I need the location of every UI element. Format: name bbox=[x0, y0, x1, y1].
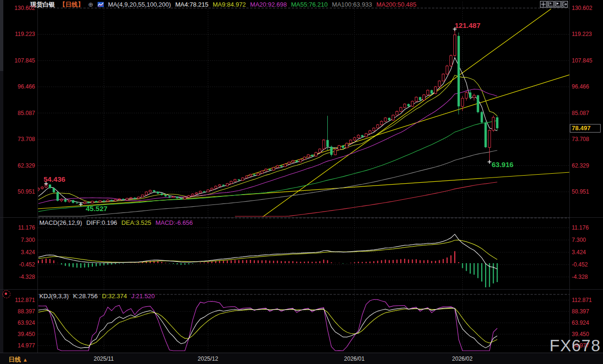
kdj-j-value: J:21.520 bbox=[131, 293, 155, 300]
macd-title[interactable]: MACD(26,12,9) bbox=[39, 219, 82, 226]
macd-macd-value: MACD:-6.656 bbox=[155, 219, 193, 226]
price-axis-label: 73.708 bbox=[0, 136, 35, 142]
macd-axis-label: -4.328 bbox=[0, 274, 35, 280]
kdj-axis-label: 88.397 bbox=[572, 308, 602, 315]
goto-latest-icon[interactable] bbox=[561, 1, 568, 8]
macd-axis-label: 7.300 bbox=[0, 237, 35, 243]
macd-axis-label: 11.176 bbox=[572, 224, 602, 231]
price-axis-label: 50.951 bbox=[572, 188, 602, 195]
price-axis-label: 62.329 bbox=[572, 162, 602, 169]
macd-axis-label: 3.424 bbox=[572, 249, 602, 256]
ma-legend-ma4: MA4:78.215 bbox=[175, 1, 208, 8]
kdj-panel-divider bbox=[0, 289, 603, 290]
price-annotation-peak: 121.487 bbox=[455, 22, 480, 29]
axis-scale-right-icon[interactable] bbox=[554, 1, 561, 8]
ma-legend-ma9: MA9:84.972 bbox=[213, 1, 246, 8]
kdj-axis-label: 112.871 bbox=[0, 297, 35, 303]
price-axis-label: 62.329 bbox=[0, 162, 35, 169]
price-axis-label: 96.466 bbox=[572, 83, 602, 90]
kdj-axis-label: 112.871 bbox=[572, 297, 602, 303]
axis-scale-left-icon[interactable] bbox=[547, 1, 554, 8]
trading-chart-app: 现货白银 【日线】 ⊕ MA(4,9,20,55,100,200) MA4:78… bbox=[0, 0, 603, 364]
macd-axis-label: -4.328 bbox=[572, 274, 602, 280]
macd-header: MACD(26,12,9) DIFF:0.196 DEA:3.525 MACD:… bbox=[39, 219, 193, 226]
macd-axis-label: 11.176 bbox=[0, 224, 35, 231]
kdj-axis-label: 14.977 bbox=[0, 342, 35, 349]
time-axis-tick-label: 2025/11 bbox=[89, 355, 119, 362]
kdj-axis-label: 39.450 bbox=[0, 331, 35, 337]
macd-axis-label: 7.300 bbox=[572, 237, 602, 243]
time-axis-tick-label: 2025/12 bbox=[193, 355, 223, 362]
kdj-axis-label: 88.397 bbox=[0, 308, 35, 315]
ma-legend-ma200: MA200:50.485 bbox=[376, 1, 416, 8]
price-axis-label: 50.951 bbox=[0, 188, 35, 195]
macd-axis-label: -0.452 bbox=[0, 261, 35, 268]
period-selector[interactable]: 日线 ▲ bbox=[9, 355, 28, 364]
expand-icon[interactable]: ⊕ bbox=[88, 1, 93, 8]
crosshair-move-icon[interactable] bbox=[540, 1, 547, 8]
right-axis-divider bbox=[569, 0, 570, 353]
chart-header: 现货白银 【日线】 ⊕ MA(4,9,20,55,100,200) MA4:78… bbox=[30, 1, 416, 8]
time-axis-tick-label: 2026/02 bbox=[447, 355, 477, 362]
kdj-axis-label: 63.924 bbox=[572, 320, 602, 326]
kdj-d-value: D:32.374 bbox=[102, 293, 127, 300]
price-axis-label: 73.708 bbox=[572, 136, 602, 142]
price-axis-label: 96.466 bbox=[0, 83, 35, 90]
kdj-title[interactable]: KDJ(9,3,3) bbox=[39, 293, 69, 300]
price-annotation-low: 45.527 bbox=[86, 205, 108, 212]
price-axis-label: 119.223 bbox=[572, 31, 602, 37]
period-label[interactable]: 【日线】 bbox=[59, 0, 84, 9]
ma-legend-ma20: MA20:92.698 bbox=[250, 1, 287, 8]
kdj-k-value: K:28.756 bbox=[73, 293, 98, 300]
price-axis-label: 85.087 bbox=[572, 110, 602, 116]
price-axis-label: 107.845 bbox=[572, 57, 602, 64]
chart-toolbar bbox=[540, 1, 568, 8]
ma-legend-ma55: MA55:76.210 bbox=[291, 1, 327, 8]
macd-panel-divider bbox=[0, 217, 603, 218]
left-axis-divider bbox=[37, 0, 38, 353]
price-axis-label: 130.602 bbox=[0, 5, 35, 11]
kdj-axis-label: 63.924 bbox=[0, 320, 35, 326]
price-axis-label: 107.845 bbox=[0, 57, 35, 64]
ma-settings-label[interactable]: MA(4,9,20,55,100,200) bbox=[108, 1, 171, 8]
price-annotation-feb-low: 63.916 bbox=[492, 161, 513, 168]
last-price-badge: 78.497 bbox=[570, 124, 601, 133]
chevron-up-icon: ▲ bbox=[23, 357, 28, 363]
brand-watermark: FX678 bbox=[549, 336, 601, 355]
macd-diff-value: DIFF:0.196 bbox=[86, 219, 117, 226]
ma-legend-ma100: MA100:63.933 bbox=[332, 1, 372, 8]
mini-chart-icon bbox=[98, 1, 104, 8]
price-axis-label: 85.087 bbox=[0, 110, 35, 116]
macd-dea-value: DEA:3.525 bbox=[121, 219, 151, 226]
price-axis-label: 119.223 bbox=[0, 31, 35, 37]
kdj-header: KDJ(9,3,3) K:28.756 D:32.374 J:21.520 bbox=[39, 293, 155, 300]
time-axis-tick-label: 2026/01 bbox=[339, 355, 369, 362]
macd-axis-label: -0.452 bbox=[572, 261, 602, 268]
macd-axis-label: 3.424 bbox=[0, 249, 35, 256]
chart-canvas[interactable] bbox=[0, 0, 603, 364]
price-annotation-high: 54.436 bbox=[44, 176, 65, 183]
price-axis-label: 130.602 bbox=[572, 5, 602, 11]
